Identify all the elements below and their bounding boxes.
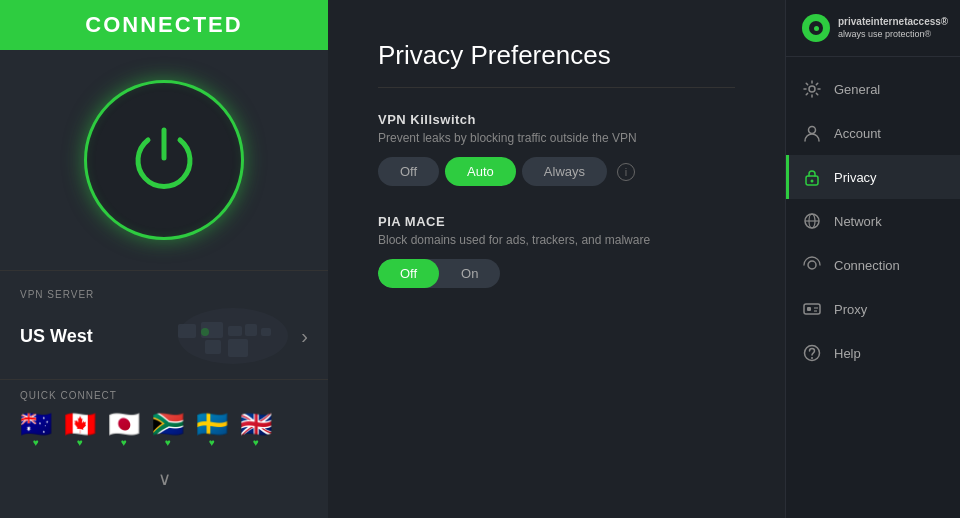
brand-tagline: always use protection®: [838, 29, 948, 41]
svg-rect-4: [245, 324, 257, 336]
svg-point-22: [811, 357, 813, 359]
mace-block: PIA MACE Block domains used for ads, tra…: [378, 214, 735, 288]
brand-logo: [802, 14, 830, 42]
nav-items: General Account Privacy: [786, 57, 960, 385]
lock-icon: [802, 167, 822, 187]
svg-point-12: [811, 180, 814, 183]
heart-au: ♥: [33, 437, 39, 448]
account-icon: [802, 123, 822, 143]
flag-item-jp[interactable]: 🇯🇵 ♥: [108, 411, 140, 448]
power-circle[interactable]: [84, 80, 244, 240]
gear-icon: [802, 79, 822, 99]
svg-point-9: [809, 86, 815, 92]
svg-rect-17: [804, 304, 820, 314]
flag-jp: 🇯🇵: [108, 411, 140, 437]
mace-toggle-group: Off On: [378, 259, 500, 288]
world-map: [173, 304, 293, 369]
killswitch-toggle-group: Off Auto Always i: [378, 157, 735, 186]
flag-au: 🇦🇺: [20, 411, 52, 437]
flag-se: 🇸🇪: [196, 411, 228, 437]
mace-name: PIA MACE: [378, 214, 735, 229]
svg-point-16: [808, 261, 816, 269]
svg-point-10: [809, 127, 816, 134]
sidebar-label-connection: Connection: [834, 258, 900, 273]
flag-gb: 🇬🇧: [240, 411, 272, 437]
sidebar-item-connection[interactable]: Connection: [786, 243, 960, 287]
sidebar-item-general[interactable]: General: [786, 67, 960, 111]
killswitch-auto-button[interactable]: Auto: [445, 157, 516, 186]
flag-item-gb[interactable]: 🇬🇧 ♥: [240, 411, 272, 448]
chevron-right-icon[interactable]: ›: [301, 325, 308, 348]
chevron-down-icon[interactable]: ∨: [158, 468, 171, 490]
sidebar-label-proxy: Proxy: [834, 302, 867, 317]
connection-icon: [802, 255, 822, 275]
sidebar-item-proxy[interactable]: Proxy: [786, 287, 960, 331]
power-icon: [124, 120, 204, 200]
world-map-svg: [173, 304, 293, 369]
sidebar-item-help[interactable]: Help: [786, 331, 960, 375]
help-icon: [802, 343, 822, 363]
heart-jp: ♥: [121, 437, 127, 448]
flag-item-ca[interactable]: 🇨🇦 ♥: [64, 411, 96, 448]
flag-row: 🇦🇺 ♥ 🇨🇦 ♥ 🇯🇵 ♥ 🇿🇦 ♥ 🇸🇪 ♥ 🇬🇧 ♥: [20, 411, 308, 448]
vpn-server-name: US West: [20, 326, 93, 347]
killswitch-name: VPN Killswitch: [378, 112, 735, 127]
killswitch-off-button[interactable]: Off: [378, 157, 439, 186]
left-panel: CONNECTED VPN SERVER US West: [0, 0, 328, 518]
quick-connect-label: QUICK CONNECT: [20, 390, 308, 401]
vpn-server-label: VPN SERVER: [20, 289, 308, 300]
mace-desc: Block domains used for ads, trackers, an…: [378, 233, 735, 247]
divider: [378, 87, 735, 88]
svg-rect-6: [205, 340, 221, 354]
power-button-container[interactable]: [84, 80, 244, 240]
chevron-down-container[interactable]: ∨: [0, 468, 328, 490]
heart-ca: ♥: [77, 437, 83, 448]
flag-item-se[interactable]: 🇸🇪 ♥: [196, 411, 228, 448]
mace-on-button[interactable]: On: [439, 259, 500, 288]
brand-text: privateinternetaccess® always use protec…: [838, 15, 948, 40]
brand-logo-inner: [809, 21, 823, 35]
killswitch-info-icon[interactable]: i: [617, 163, 635, 181]
network-icon: [802, 211, 822, 231]
heart-se: ♥: [209, 437, 215, 448]
flag-ca: 🇨🇦: [64, 411, 96, 437]
svg-point-8: [201, 328, 209, 336]
sidebar-item-privacy[interactable]: Privacy: [786, 155, 960, 199]
page-title: Privacy Preferences: [378, 40, 735, 71]
sidebar-label-network: Network: [834, 214, 882, 229]
svg-rect-3: [228, 326, 242, 336]
svg-rect-7: [228, 339, 248, 357]
mace-off-button[interactable]: Off: [378, 259, 439, 288]
flag-item-za[interactable]: 🇿🇦 ♥: [152, 411, 184, 448]
flag-za: 🇿🇦: [152, 411, 184, 437]
sidebar-label-help: Help: [834, 346, 861, 361]
brand-logo-dot: [814, 26, 819, 31]
brand-header: privateinternetaccess® always use protec…: [786, 0, 960, 57]
sidebar-label-account: Account: [834, 126, 881, 141]
proxy-icon: [802, 299, 822, 319]
vpn-server-row[interactable]: US West ›: [20, 304, 308, 369]
killswitch-desc: Prevent leaks by blocking traffic outsid…: [378, 131, 735, 145]
sidebar-item-account[interactable]: Account: [786, 111, 960, 155]
svg-rect-18: [807, 307, 811, 311]
brand-name: privateinternetaccess®: [838, 16, 948, 27]
vpn-server-section: VPN SERVER US West: [0, 270, 328, 379]
heart-gb: ♥: [253, 437, 259, 448]
flag-item-au[interactable]: 🇦🇺 ♥: [20, 411, 52, 448]
sidebar-item-network[interactable]: Network: [786, 199, 960, 243]
heart-za: ♥: [165, 437, 171, 448]
connected-banner: CONNECTED: [0, 0, 328, 50]
sidebar-label-privacy: Privacy: [834, 170, 877, 185]
right-sidebar: privateinternetaccess® always use protec…: [785, 0, 960, 518]
quick-connect-section: QUICK CONNECT 🇦🇺 ♥ 🇨🇦 ♥ 🇯🇵 ♥ 🇿🇦 ♥ 🇸🇪 ♥: [0, 379, 328, 458]
svg-rect-5: [261, 328, 271, 336]
killswitch-block: VPN Killswitch Prevent leaks by blocking…: [378, 112, 735, 186]
sidebar-label-general: General: [834, 82, 880, 97]
main-content: Privacy Preferences VPN Killswitch Preve…: [328, 0, 785, 518]
svg-rect-1: [178, 324, 196, 338]
killswitch-always-button[interactable]: Always: [522, 157, 607, 186]
